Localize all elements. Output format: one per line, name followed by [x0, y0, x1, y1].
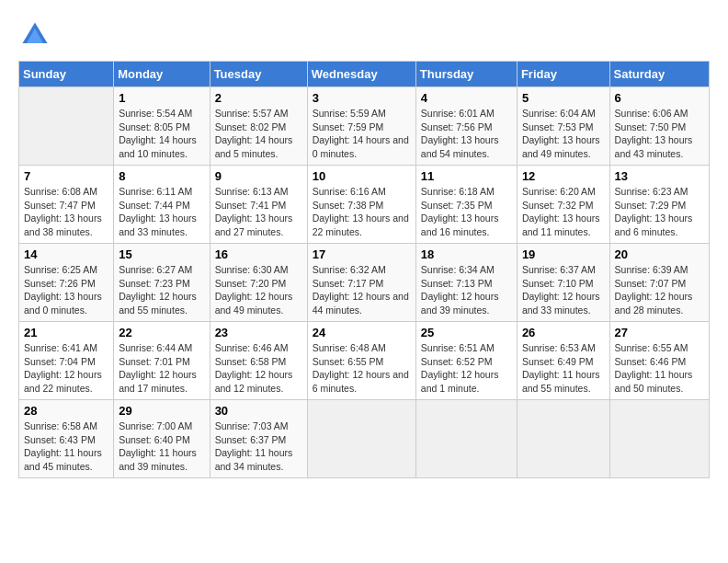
logo-icon: [18, 18, 51, 52]
day-number: 21: [24, 326, 108, 339]
calendar-cell: 13 Sunrise: 6:23 AMSunset: 7:29 PMDaylig…: [609, 166, 709, 244]
day-number: 13: [615, 169, 704, 183]
day-info: Sunrise: 6:27 AMSunset: 7:23 PMDaylight:…: [119, 263, 204, 317]
calendar-cell: 12 Sunrise: 6:20 AMSunset: 7:32 PMDaylig…: [517, 166, 609, 244]
day-number: 11: [421, 169, 512, 183]
day-info: Sunrise: 5:57 AMSunset: 8:02 PMDaylight:…: [215, 107, 302, 161]
day-info: Sunrise: 6:08 AMSunset: 7:47 PMDaylight:…: [24, 185, 108, 239]
day-number: 22: [119, 326, 204, 339]
calendar-cell: 14 Sunrise: 6:25 AMSunset: 7:26 PMDaylig…: [19, 244, 114, 322]
day-number: 2: [215, 91, 302, 105]
day-number: 19: [522, 247, 605, 261]
calendar-cell: 10 Sunrise: 6:16 AMSunset: 7:38 PMDaylig…: [307, 166, 415, 244]
day-info: Sunrise: 6:53 AMSunset: 6:49 PMDaylight:…: [522, 341, 605, 396]
calendar-cell: 28 Sunrise: 6:58 AMSunset: 6:43 PMDaylig…: [19, 400, 114, 478]
day-number: 15: [119, 247, 204, 261]
day-info: Sunrise: 6:20 AMSunset: 7:32 PMDaylight:…: [522, 185, 605, 239]
calendar-cell: 29 Sunrise: 7:00 AMSunset: 6:40 PMDaylig…: [114, 400, 210, 478]
calendar-cell: 26 Sunrise: 6:53 AMSunset: 6:49 PMDaylig…: [517, 322, 609, 400]
calendar-cell: 4 Sunrise: 6:01 AMSunset: 7:56 PMDayligh…: [415, 87, 517, 166]
day-number: 9: [215, 169, 302, 183]
calendar-cell: 25 Sunrise: 6:51 AMSunset: 6:52 PMDaylig…: [415, 322, 517, 400]
day-info: Sunrise: 6:46 AMSunset: 6:58 PMDaylight:…: [215, 341, 302, 396]
day-number: 10: [313, 169, 411, 183]
day-info: Sunrise: 6:39 AMSunset: 7:07 PMDaylight:…: [615, 263, 704, 317]
weekday-header: Monday: [114, 62, 210, 87]
calendar-cell: 2 Sunrise: 5:57 AMSunset: 8:02 PMDayligh…: [210, 87, 307, 166]
calendar-cell: [307, 400, 415, 478]
day-number: 25: [421, 326, 512, 339]
day-number: 14: [24, 247, 108, 261]
weekday-header: Tuesday: [210, 62, 307, 87]
day-number: 28: [24, 404, 108, 418]
weekday-header: Saturday: [609, 62, 709, 87]
calendar-week-row: 21 Sunrise: 6:41 AMSunset: 7:04 PMDaylig…: [19, 322, 710, 400]
calendar-cell: 21 Sunrise: 6:41 AMSunset: 7:04 PMDaylig…: [19, 322, 114, 400]
calendar-week-row: 28 Sunrise: 6:58 AMSunset: 6:43 PMDaylig…: [19, 400, 710, 478]
day-info: Sunrise: 6:44 AMSunset: 7:01 PMDaylight:…: [119, 341, 204, 396]
day-info: Sunrise: 6:16 AMSunset: 7:38 PMDaylight:…: [313, 185, 411, 239]
day-info: Sunrise: 7:03 AMSunset: 6:37 PMDaylight:…: [215, 419, 302, 474]
calendar-cell: [19, 87, 114, 166]
day-number: 7: [24, 169, 108, 183]
day-number: 20: [615, 247, 704, 261]
calendar-cell: 3 Sunrise: 5:59 AMSunset: 7:59 PMDayligh…: [307, 87, 415, 166]
day-info: Sunrise: 7:00 AMSunset: 6:40 PMDaylight:…: [119, 419, 204, 474]
day-number: 16: [215, 247, 302, 261]
day-number: 12: [522, 169, 605, 183]
day-info: Sunrise: 6:32 AMSunset: 7:17 PMDaylight:…: [313, 263, 411, 317]
calendar-cell: 6 Sunrise: 6:06 AMSunset: 7:50 PMDayligh…: [609, 87, 709, 166]
weekday-header: Wednesday: [307, 62, 415, 87]
day-number: 24: [313, 326, 411, 339]
calendar-week-row: 7 Sunrise: 6:08 AMSunset: 7:47 PMDayligh…: [19, 166, 710, 244]
weekday-header-row: SundayMondayTuesdayWednesdayThursdayFrid…: [19, 62, 710, 87]
day-info: Sunrise: 6:30 AMSunset: 7:20 PMDaylight:…: [215, 263, 302, 317]
day-info: Sunrise: 6:13 AMSunset: 7:41 PMDaylight:…: [215, 185, 302, 239]
page-header: [18, 18, 710, 52]
day-info: Sunrise: 6:06 AMSunset: 7:50 PMDaylight:…: [615, 107, 704, 161]
calendar-cell: 16 Sunrise: 6:30 AMSunset: 7:20 PMDaylig…: [210, 244, 307, 322]
calendar-cell: 15 Sunrise: 6:27 AMSunset: 7:23 PMDaylig…: [114, 244, 210, 322]
day-info: Sunrise: 6:48 AMSunset: 6:55 PMDaylight:…: [313, 341, 411, 396]
day-info: Sunrise: 6:18 AMSunset: 7:35 PMDaylight:…: [421, 185, 512, 239]
calendar-cell: 27 Sunrise: 6:55 AMSunset: 6:46 PMDaylig…: [609, 322, 709, 400]
day-info: Sunrise: 6:25 AMSunset: 7:26 PMDaylight:…: [24, 263, 108, 317]
day-info: Sunrise: 6:37 AMSunset: 7:10 PMDaylight:…: [522, 263, 605, 317]
calendar-cell: [415, 400, 517, 478]
day-number: 8: [119, 169, 204, 183]
calendar-cell: 8 Sunrise: 6:11 AMSunset: 7:44 PMDayligh…: [114, 166, 210, 244]
calendar-cell: 20 Sunrise: 6:39 AMSunset: 7:07 PMDaylig…: [609, 244, 709, 322]
calendar-cell: 19 Sunrise: 6:37 AMSunset: 7:10 PMDaylig…: [517, 244, 609, 322]
calendar-cell: 5 Sunrise: 6:04 AMSunset: 7:53 PMDayligh…: [517, 87, 609, 166]
day-info: Sunrise: 5:59 AMSunset: 7:59 PMDaylight:…: [313, 107, 411, 161]
day-number: 1: [119, 91, 204, 105]
weekday-header: Friday: [517, 62, 609, 87]
calendar-cell: 1 Sunrise: 5:54 AMSunset: 8:05 PMDayligh…: [114, 87, 210, 166]
calendar-cell: 11 Sunrise: 6:18 AMSunset: 7:35 PMDaylig…: [415, 166, 517, 244]
day-info: Sunrise: 6:55 AMSunset: 6:46 PMDaylight:…: [615, 341, 704, 396]
day-info: Sunrise: 6:41 AMSunset: 7:04 PMDaylight:…: [24, 341, 108, 396]
day-number: 30: [215, 404, 302, 418]
day-number: 17: [313, 247, 411, 261]
day-info: Sunrise: 6:51 AMSunset: 6:52 PMDaylight:…: [421, 341, 512, 396]
calendar-cell: 17 Sunrise: 6:32 AMSunset: 7:17 PMDaylig…: [307, 244, 415, 322]
day-info: Sunrise: 6:01 AMSunset: 7:56 PMDaylight:…: [421, 107, 512, 161]
day-info: Sunrise: 6:58 AMSunset: 6:43 PMDaylight:…: [24, 419, 108, 474]
day-info: Sunrise: 6:04 AMSunset: 7:53 PMDaylight:…: [522, 107, 605, 161]
calendar-cell: [609, 400, 709, 478]
weekday-header: Thursday: [415, 62, 517, 87]
day-number: 29: [119, 404, 204, 418]
calendar-cell: 18 Sunrise: 6:34 AMSunset: 7:13 PMDaylig…: [415, 244, 517, 322]
day-info: Sunrise: 6:34 AMSunset: 7:13 PMDaylight:…: [421, 263, 512, 317]
calendar-cell: 7 Sunrise: 6:08 AMSunset: 7:47 PMDayligh…: [19, 166, 114, 244]
calendar-cell: 9 Sunrise: 6:13 AMSunset: 7:41 PMDayligh…: [210, 166, 307, 244]
day-info: Sunrise: 6:11 AMSunset: 7:44 PMDaylight:…: [119, 185, 204, 239]
day-number: 3: [313, 91, 411, 105]
day-number: 5: [522, 91, 605, 105]
day-number: 27: [615, 326, 704, 339]
logo: [18, 18, 57, 52]
calendar-cell: [517, 400, 609, 478]
calendar-cell: 22 Sunrise: 6:44 AMSunset: 7:01 PMDaylig…: [114, 322, 210, 400]
day-number: 23: [215, 326, 302, 339]
weekday-header: Sunday: [19, 62, 114, 87]
